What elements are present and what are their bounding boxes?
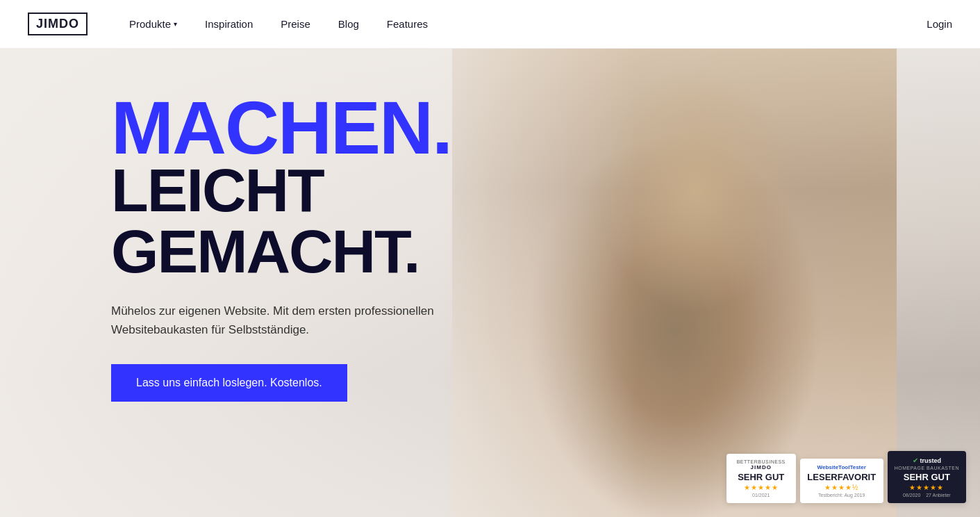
hero-title-blue: MACHEN. bbox=[111, 90, 528, 165]
website-tooltest-rating-label: LESERFAVORIT bbox=[807, 472, 877, 482]
nav-item-inspiration[interactable]: Inspiration bbox=[205, 18, 253, 30]
better-business-brand: JIMDO bbox=[733, 464, 789, 470]
better-business-stars: ★★★★★ bbox=[733, 484, 789, 491]
cta-button[interactable]: Lass uns einfach loslegen. Kostenlos. bbox=[111, 364, 347, 402]
better-business-badge: betterBusiness JIMDO SEHR GUT ★★★★★ 01/2… bbox=[726, 454, 796, 503]
better-business-date: 01/2021 bbox=[733, 493, 789, 498]
shield-icon: ✔ bbox=[913, 457, 918, 464]
nav-item-blog[interactable]: Blog bbox=[338, 18, 359, 30]
website-tooltest-badge: WebsiteToolTester LESERFAVORIT ★★★★½ Tes… bbox=[800, 459, 883, 503]
trusted-rating: SEHR GUT bbox=[895, 472, 959, 482]
trusted-top-label: HOMEPAGE BAUKASTEN bbox=[895, 466, 959, 470]
better-business-top-label: betterBusiness bbox=[733, 459, 789, 464]
trusted-date: 08/2020 27 Anbieter bbox=[895, 493, 959, 498]
nav-item-produkte[interactable]: Produkte ▾ bbox=[129, 18, 177, 30]
hero-title-dark: LEICHT GEMACHT. bbox=[111, 160, 528, 282]
badges-container: betterBusiness JIMDO SEHR GUT ★★★★★ 01/2… bbox=[726, 451, 966, 503]
main-nav: JIMDO Produkte ▾ Inspiration Preise Blog… bbox=[0, 0, 980, 49]
nav-links: Produkte ▾ Inspiration Preise Blog Featu… bbox=[129, 18, 927, 30]
website-tooltest-top-label: WebsiteToolTester bbox=[807, 464, 877, 470]
trusted-badge: ✔ trusted HOMEPAGE BAUKASTEN SEHR GUT ★★… bbox=[888, 451, 966, 503]
trusted-header: ✔ trusted bbox=[895, 457, 959, 464]
website-tooltest-date: Testbericht: Aug 2019 bbox=[807, 493, 877, 498]
website-tooltest-stars: ★★★★½ bbox=[807, 484, 877, 491]
login-button[interactable]: Login bbox=[927, 18, 952, 30]
logo[interactable]: JIMDO bbox=[28, 13, 88, 35]
better-business-rating: SEHR GUT bbox=[733, 472, 789, 482]
trusted-stars: ★★★★★ bbox=[895, 484, 959, 491]
nav-item-features[interactable]: Features bbox=[387, 18, 428, 30]
hero-content: MACHEN. LEICHT GEMACHT. Mühelos zur eige… bbox=[0, 49, 528, 517]
trusted-brand-label: trusted bbox=[920, 457, 942, 464]
hero-section: MACHEN. LEICHT GEMACHT. Mühelos zur eige… bbox=[0, 49, 980, 517]
hero-subtitle: Mühelos zur eigenen Website. Mit dem ers… bbox=[111, 302, 445, 339]
chevron-down-icon: ▾ bbox=[174, 20, 177, 28]
nav-item-preise[interactable]: Preise bbox=[281, 18, 310, 30]
